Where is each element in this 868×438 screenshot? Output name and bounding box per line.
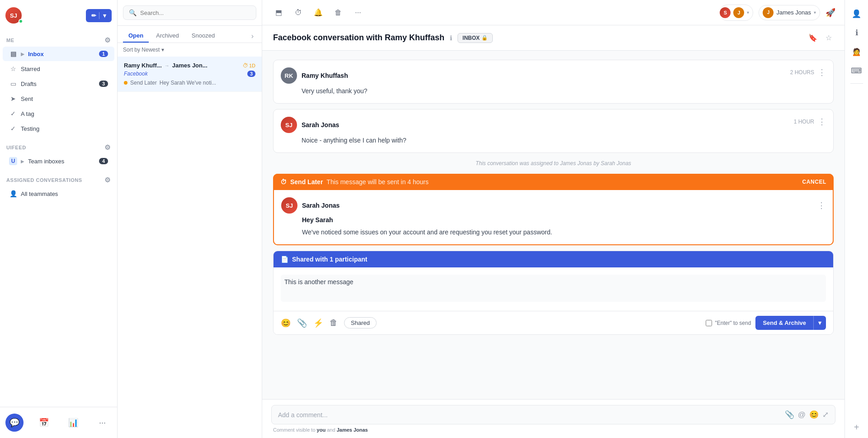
- info-btn[interactable]: ℹ: [849, 24, 865, 41]
- cancel-send-later-btn[interactable]: CANCEL: [802, 179, 826, 185]
- conversation-title: Facebook conversation with Ramy Khuffash: [273, 33, 444, 43]
- sidebar-item-drafts[interactable]: ▭ Drafts 3: [3, 76, 114, 91]
- sent-icon: ➤: [9, 95, 17, 103]
- send-later-header-left: ⏱ Send Later This message will be sent i…: [280, 178, 429, 186]
- comment-input[interactable]: [278, 411, 780, 419]
- tag-icon: ✓: [9, 110, 17, 118]
- sidebar-item-testing[interactable]: ✓ Testing: [3, 121, 114, 136]
- shared-badge[interactable]: Shared: [344, 317, 377, 328]
- more-bottom-btn[interactable]: ···: [94, 414, 112, 432]
- lock-icon: 🔒: [481, 35, 488, 41]
- header-user-chevron: ▾: [814, 10, 816, 15]
- team-inboxes-badge: 4: [99, 158, 108, 164]
- uifeed-label: uifeed ⚙: [0, 140, 117, 153]
- msg-more-icon[interactable]: ⋮: [818, 117, 826, 127]
- shared-footer: 😊 📎 ⚡ 🗑 Shared "Enter" to send Send & Ar…: [274, 311, 833, 334]
- sidebar-item-inbox[interactable]: ▤ ▶ Inbox 1: [3, 47, 114, 61]
- conv-send-later: Send Later Hey Sarah We've noti...: [124, 80, 255, 86]
- avatar-initials: RK: [285, 72, 293, 79]
- uifeed-settings-icon[interactable]: ⚙: [104, 143, 111, 152]
- header-user-btn[interactable]: J James Jonas ▾: [759, 5, 820, 20]
- teammates-icon: 👤: [9, 190, 17, 198]
- mention-icon[interactable]: @: [798, 410, 806, 419]
- sidebar-item-starred[interactable]: ☆ Starred: [3, 62, 114, 76]
- comment-area: 📎 @ 😊 ⤢ Comment visible to you and James…: [262, 399, 844, 438]
- tab-archived[interactable]: Archived: [151, 29, 184, 43]
- emoji-icon[interactable]: 😊: [281, 318, 291, 328]
- main-header: ⬒ ⏱ 🔔 🗑 ··· S J ▾ J James Jonas ▾ 🚀: [262, 0, 844, 25]
- search-box[interactable]: 🔍: [123, 5, 256, 20]
- sl-sender-name: Sarah Jonas: [302, 202, 340, 209]
- expand-icon[interactable]: ⤢: [822, 410, 829, 419]
- conv-item[interactable]: Ramy Khuff... → James Jon... ⏱ 1D Facebo…: [118, 57, 262, 92]
- avatar-initials: SJ: [285, 122, 292, 129]
- bell-btn[interactable]: 🔔: [311, 5, 326, 20]
- sort-label: Sort by Newest: [123, 47, 160, 53]
- keyboard-btn[interactable]: ⌨: [849, 62, 865, 79]
- clock-btn[interactable]: ⏱: [291, 5, 306, 20]
- star-title-icon[interactable]: ☆: [824, 32, 834, 44]
- message-sender: SJ Sarah Jonas: [281, 117, 339, 133]
- me-settings-icon[interactable]: ⚙: [104, 36, 111, 44]
- main-header-left: ⬒ ⏱ 🔔 🗑 ···: [271, 5, 365, 20]
- title-info-icon[interactable]: ℹ: [450, 34, 452, 42]
- tab-open[interactable]: Open: [123, 29, 149, 43]
- inbox-badge: 1: [99, 51, 108, 57]
- shared-section: 📄 Shared with 1 participant This is anot…: [273, 251, 834, 335]
- shared-doc-icon: 📄: [281, 256, 288, 263]
- trash-btn[interactable]: 🗑: [331, 5, 345, 20]
- sidebar-item-all-teammates[interactable]: 👤 All teammates: [3, 186, 114, 201]
- shared-header: 📄 Shared with 1 participant: [274, 251, 833, 267]
- user-avatar[interactable]: SJ: [5, 7, 22, 24]
- sidebar-item-label: Inbox: [28, 51, 44, 57]
- sidebar-item-sent[interactable]: ➤ Sent: [3, 91, 114, 106]
- sidebar-item-label: Testing: [21, 125, 39, 132]
- messages-bottom-btn[interactable]: 💬: [5, 414, 24, 432]
- compose-button[interactable]: ✏ ▾: [86, 9, 112, 22]
- send-later-label: Send Later: [290, 178, 323, 186]
- assigned-settings-icon[interactable]: ⚙: [104, 176, 111, 184]
- stats-bottom-btn[interactable]: 📊: [64, 414, 82, 432]
- tab-more-icon[interactable]: ›: [249, 30, 256, 42]
- send-archive-btn[interactable]: Send & Archive ▾: [755, 316, 826, 330]
- enter-to-send: "Enter" to send: [706, 320, 751, 326]
- search-icon: 🔍: [129, 9, 137, 16]
- conv-item-middle: Facebook 3: [124, 71, 255, 77]
- title-bar-left: Facebook conversation with Ramy Khuffash…: [273, 33, 493, 43]
- footer-trash-icon[interactable]: 🗑: [330, 318, 338, 328]
- more-btn[interactable]: ···: [351, 5, 365, 20]
- sidebar-item-a-tag[interactable]: ✓ A tag: [3, 106, 114, 121]
- send-later-label: Send Later: [130, 80, 157, 86]
- send-later-banner: ⏱ Send Later This message will be sent i…: [273, 174, 834, 245]
- conv-sort[interactable]: Sort by Newest ▾: [118, 43, 262, 57]
- person-btn[interactable]: 🙍: [849, 43, 865, 60]
- message-item: RK Ramy Khuffash 2 HOURS ⋮ Very useful, …: [273, 60, 834, 104]
- contact-details-btn[interactable]: 👤: [849, 5, 865, 22]
- bookmark-icon[interactable]: 🔖: [807, 32, 819, 44]
- enter-send-checkbox[interactable]: [706, 320, 712, 326]
- format-icon[interactable]: ⚡: [313, 318, 323, 328]
- tag2-icon: ✓: [9, 124, 17, 133]
- header-avatar-group[interactable]: S J ▾: [719, 5, 753, 21]
- header-avatar-j: J: [732, 6, 745, 19]
- right-sidebar: 👤 ℹ 🙍 ⌨ +: [844, 0, 868, 438]
- shared-message-input[interactable]: This is another message: [281, 275, 826, 302]
- send-archive-chevron[interactable]: ▾: [813, 316, 826, 330]
- conversation-list: 🔍 Open Archived Snoozed › Sort by Newest…: [118, 0, 262, 438]
- tab-snoozed[interactable]: Snoozed: [186, 29, 220, 43]
- online-badge: [19, 19, 23, 24]
- send-later-body: SJ Sarah Jonas ⋮ Hey Sarah We've noticed…: [273, 190, 834, 245]
- attachment-comment-icon[interactable]: 📎: [785, 410, 794, 419]
- search-input[interactable]: [140, 10, 250, 16]
- sidebar-item-team-inboxes[interactable]: U ▶ Team inboxes 4: [3, 154, 114, 168]
- right-sidebar-add-btn[interactable]: +: [854, 422, 859, 433]
- sl-more-icon[interactable]: ⋮: [817, 200, 826, 210]
- header-user-area: S J ▾ J James Jonas ▾ 🚀: [719, 5, 835, 21]
- msg-more-icon[interactable]: ⋮: [818, 67, 826, 77]
- shared-footer-right: "Enter" to send Send & Archive ▾: [706, 316, 826, 330]
- calendar-bottom-btn[interactable]: 📅: [35, 414, 53, 432]
- attachment-icon[interactable]: 📎: [297, 318, 307, 328]
- archive-btn[interactable]: ⬒: [271, 5, 286, 20]
- emoji-comment-icon[interactable]: 😊: [809, 410, 819, 419]
- header-compose-icon[interactable]: 🚀: [826, 8, 835, 18]
